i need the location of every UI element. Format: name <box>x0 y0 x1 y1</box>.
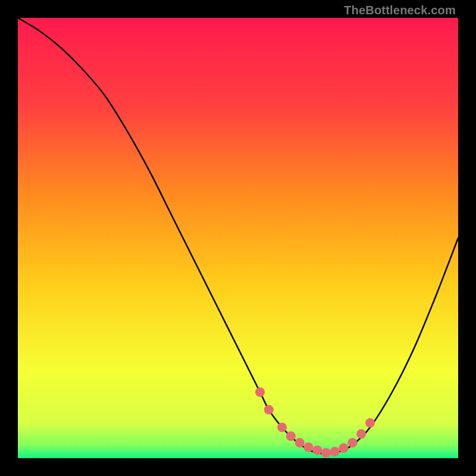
marker-dot <box>330 447 340 456</box>
marker-dot <box>277 422 287 432</box>
plot-area <box>18 18 458 458</box>
marker-dot <box>321 448 331 458</box>
marker-dot <box>295 438 305 447</box>
watermark-text: TheBottleneck.com <box>344 4 456 17</box>
marker-dots <box>255 387 375 458</box>
marker-dot <box>303 443 313 452</box>
marker-dot <box>255 387 265 397</box>
marker-dot <box>264 405 274 415</box>
bottleneck-curve <box>18 18 458 454</box>
marker-dot <box>286 431 296 441</box>
chart-svg <box>18 18 458 458</box>
marker-dot <box>339 443 349 453</box>
marker-dot <box>365 418 375 428</box>
chart-frame: TheBottleneck.com <box>0 0 476 476</box>
marker-dot <box>356 429 366 439</box>
marker-dot <box>347 438 357 447</box>
marker-dot <box>312 446 322 455</box>
